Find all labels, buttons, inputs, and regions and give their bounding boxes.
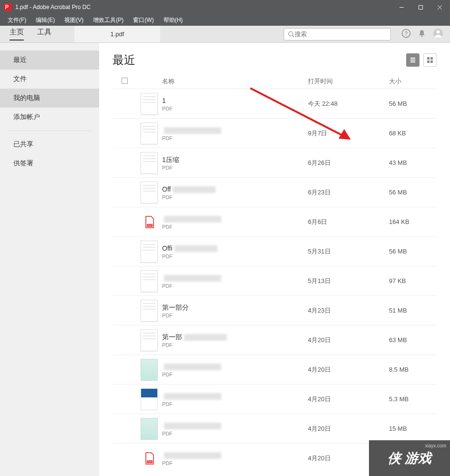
file-size: 56 MB [389, 100, 437, 107]
tab-tools[interactable]: 工具 [37, 28, 51, 41]
user-icon[interactable] [433, 28, 443, 40]
minimize-button[interactable] [392, 0, 411, 14]
file-type: PDF [162, 431, 308, 436]
file-type: PDF [162, 194, 308, 200]
search-box[interactable] [284, 28, 391, 41]
file-size: 97 KB [389, 277, 437, 284]
file-date: 4月20日 [308, 336, 389, 344]
document-tab[interactable]: 1.pdf [74, 26, 160, 42]
file-type: PDF [162, 165, 308, 171]
file-row[interactable]: PDF4月20日15 MB [112, 414, 437, 443]
file-row[interactable]: 第一部PDF4月20日63 MB [112, 325, 437, 354]
file-date: 6月26日 [308, 159, 389, 167]
file-thumbnail [136, 359, 162, 381]
file-date: 4月23日 [308, 306, 389, 315]
window-titlebar: 1.pdf - Adobe Acrobat Pro DC [0, 0, 450, 14]
menu-plugins[interactable]: 增效工具(P) [88, 15, 128, 25]
file-type: PDF [162, 224, 308, 230]
file-name: 1 [162, 96, 308, 105]
file-type: PDF [162, 372, 308, 377]
file-row[interactable]: PDF4月20日5.3 MB [112, 384, 437, 414]
file-date: 4月20日 [308, 425, 389, 433]
file-size: 51 MB [389, 307, 437, 314]
sidebar-item-shared[interactable]: 已共享 [0, 135, 99, 154]
select-all-checkbox[interactable] [122, 78, 128, 84]
file-type: PDF [162, 253, 308, 259]
file-size: 15 MB [389, 425, 437, 432]
file-row[interactable]: PDFPDF6月6日164 KB [112, 207, 437, 236]
close-button[interactable] [430, 0, 449, 14]
bell-icon[interactable] [418, 29, 426, 39]
file-type: PDF [162, 342, 308, 348]
svg-text:PDF: PDF [147, 224, 152, 227]
svg-point-11 [437, 30, 440, 34]
file-date: 5月31日 [308, 247, 389, 256]
file-name [162, 392, 308, 400]
svg-rect-18 [430, 61, 433, 63]
file-row[interactable]: PDF4月20日8.5 MB [112, 354, 437, 384]
watermark-text: 侠 游戏 [388, 449, 431, 467]
maximize-button[interactable] [411, 0, 430, 14]
file-row[interactable]: OffPDF6月23日56 MB [112, 177, 437, 207]
file-name [162, 362, 308, 371]
file-type: PDF [162, 106, 308, 111]
file-name: Off [162, 185, 308, 193]
file-thumbnail [136, 388, 162, 410]
menu-file[interactable]: 文件(F) [3, 15, 31, 25]
file-name: 第一部分 [162, 303, 308, 312]
svg-text:?: ? [405, 30, 408, 36]
menu-edit[interactable]: 编辑(E) [31, 15, 60, 25]
file-thumbnail [136, 418, 162, 440]
content-area: 最近 文件 我的电脑 添加帐户 已共享 供签署 最近 名称 打开时间 大小 1P… [0, 43, 450, 476]
file-thumbnail [136, 241, 162, 263]
file-thumbnail [136, 300, 162, 322]
grid-view-button[interactable] [423, 53, 437, 67]
list-header: 名称 打开时间 大小 [112, 74, 437, 89]
file-thumbnail: PDF [136, 213, 162, 231]
sidebar-divider [8, 131, 92, 131]
sidebar-item-addaccount[interactable]: 添加帐户 [0, 108, 99, 127]
sidebar-item-mycomputer[interactable]: 我的电脑 [0, 89, 99, 108]
file-row[interactable]: OffiPDF5月31日56 MB [112, 236, 437, 266]
main-title: 最近 [112, 52, 135, 68]
sidebar-item-sign[interactable]: 供签署 [0, 154, 99, 173]
file-thumbnail [136, 152, 162, 174]
file-name [162, 421, 308, 430]
main-panel: 最近 名称 打开时间 大小 1PDF今天 22:4856 MBPDF9月7日68… [99, 43, 450, 476]
menu-help[interactable]: 帮助(H) [159, 15, 188, 25]
column-name[interactable]: 名称 [162, 77, 308, 86]
file-row[interactable]: 第一部分PDF4月23日51 MB [112, 295, 437, 325]
file-row[interactable]: 1压缩PDF6月26日43 MB [112, 148, 437, 177]
list-view-button[interactable] [406, 53, 419, 67]
file-row[interactable]: PDF5月13日97 KB [112, 266, 437, 295]
file-thumbnail: PDF [136, 450, 162, 467]
tab-home[interactable]: 主页 [10, 28, 24, 41]
svg-point-5 [289, 31, 293, 36]
sidebar-item-files[interactable]: 文件 [0, 70, 99, 89]
help-icon[interactable]: ? [401, 29, 411, 40]
file-name [162, 214, 308, 223]
menu-bar: 文件(F) 编辑(E) 视图(V) 增效工具(P) 窗口(W) 帮助(H) [0, 14, 450, 26]
file-name: 1压缩 [162, 155, 308, 164]
file-name [162, 273, 308, 282]
file-size: 5.3 MB [389, 395, 437, 403]
sidebar: 最近 文件 我的电脑 添加帐户 已共享 供签署 [0, 43, 99, 476]
file-name: 第一部 [162, 333, 308, 341]
search-input[interactable] [295, 30, 387, 38]
menu-window[interactable]: 窗口(W) [128, 15, 158, 25]
file-row[interactable]: PDF9月7日68 KB [112, 118, 437, 148]
search-icon [288, 31, 295, 38]
svg-point-9 [421, 36, 423, 37]
file-size: 56 MB [389, 248, 437, 255]
menu-view[interactable]: 视图(V) [60, 15, 88, 25]
window-title: 1.pdf - Adobe Acrobat Pro DC [15, 4, 392, 10]
column-size[interactable]: 大小 [389, 77, 437, 86]
column-date[interactable]: 打开时间 [308, 77, 389, 86]
svg-rect-2 [419, 5, 422, 9]
file-type: PDF [162, 401, 308, 407]
sidebar-item-recent[interactable]: 最近 [0, 51, 99, 70]
tab-bar: 主页 工具 1.pdf ? [0, 26, 450, 43]
file-row[interactable]: 1PDF今天 22:4856 MB [112, 89, 437, 118]
file-name: Offi [162, 244, 308, 253]
file-size: 56 MB [389, 189, 437, 196]
